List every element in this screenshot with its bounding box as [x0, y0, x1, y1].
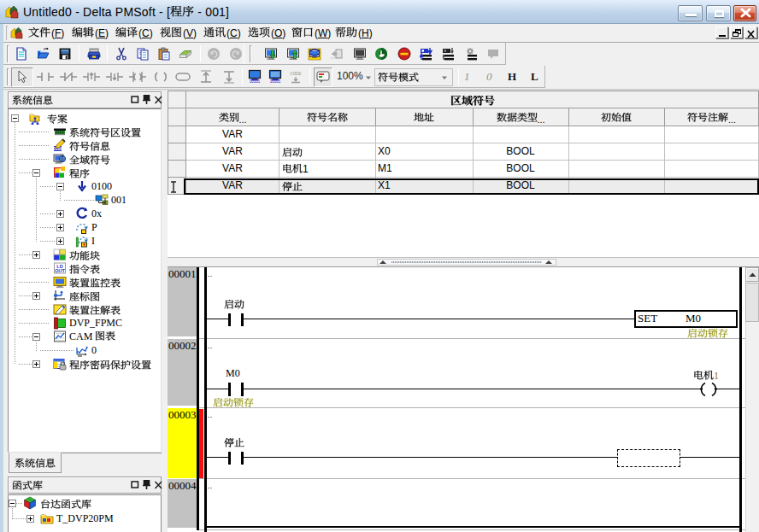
svg-text:CODE: CODE — [290, 71, 302, 77]
svg-text:10101: 10101 — [250, 79, 261, 84]
svg-text:10101: 10101 — [270, 79, 281, 84]
svg-text:OUT: OUT — [55, 268, 65, 273]
